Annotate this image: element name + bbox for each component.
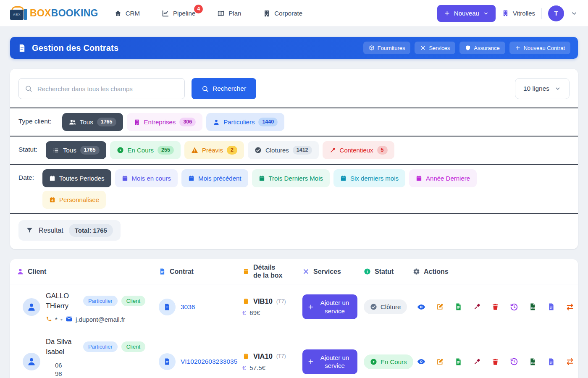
view-icon[interactable] <box>417 357 425 366</box>
chevron-down-icon[interactable] <box>570 10 578 17</box>
delete-icon[interactable] <box>491 303 499 311</box>
nav-item-corporate[interactable]: Corporate <box>263 10 302 17</box>
page-size-select[interactable]: 10 lignes <box>515 78 570 99</box>
svg-text:PDF: PDF <box>531 362 535 365</box>
filter-date-six-derniers-mois[interactable]: Six derniers mois <box>333 169 405 187</box>
actions-cell: PDF <box>413 357 574 366</box>
client-role-badge: Client <box>121 296 145 306</box>
pdf-icon[interactable]: PDF <box>529 303 537 311</box>
column-header-actions: Actions <box>413 268 571 276</box>
filter-type-tous[interactable]: Tous 1765 <box>62 113 123 131</box>
nav-item-crm[interactable]: CRM <box>114 10 140 17</box>
nouveau-contrat-button[interactable]: Nouveau Contrat <box>509 42 570 54</box>
client-cell: Da Silva Isabel Particulier Client 06 98… <box>17 337 159 378</box>
assurance-button[interactable]: Assurance <box>459 42 505 54</box>
invoice-icon[interactable] <box>547 303 555 311</box>
person-icon <box>27 302 36 312</box>
chevron-down-icon <box>483 10 489 16</box>
filter-statut-tous[interactable]: Tous 1765 <box>46 141 106 159</box>
search-button[interactable]: Rechercher <box>192 78 256 99</box>
client-email: j.dupont@email.fr <box>76 316 125 323</box>
filter-row-type-client: Type client: Tous 1765 Entreprises 306 P… <box>10 108 578 136</box>
location-selector[interactable]: Vitrolles <box>502 10 535 17</box>
pipeline-count-badge: 4 <box>194 5 203 13</box>
services-button[interactable]: Services <box>415 42 455 54</box>
separator-dot: • <box>60 316 63 323</box>
filters-panel: Rechercher 10 lignes Type client: Tous 1… <box>10 69 578 249</box>
page-header-actions: Fournitures Services Assurance Nouveau C… <box>363 42 570 54</box>
pdf-icon[interactable]: PDF <box>529 358 537 366</box>
svg-text:PDF: PDF <box>531 307 535 310</box>
delete-icon[interactable] <box>491 358 499 366</box>
client-cell: GALLO THierry Particulier Client * • j.d… <box>17 291 159 323</box>
filter-date-annee-derniere[interactable]: Année Derniere <box>409 169 477 187</box>
info-circle-icon <box>364 268 371 275</box>
nav-item-pipeline[interactable]: Pipeline 4 <box>162 10 195 17</box>
search-input[interactable] <box>18 78 185 99</box>
services-cell: Ajouter un service <box>302 349 364 374</box>
list-icon <box>52 147 59 154</box>
history-icon[interactable] <box>510 357 518 366</box>
nouveau-button[interactable]: Nouveau <box>437 5 496 22</box>
add-service-button[interactable]: Ajouter un service <box>302 349 357 374</box>
history-icon[interactable] <box>510 303 518 311</box>
box-type: (T7) <box>276 353 286 359</box>
gavel-icon[interactable] <box>473 303 481 311</box>
filter-date-personnalisee[interactable]: Personnalisee <box>42 191 106 209</box>
file-icon[interactable] <box>454 358 462 366</box>
shield-icon <box>465 45 471 51</box>
filter-statut-contentieux[interactable]: Contentieux 5 <box>323 141 394 159</box>
brand-logo-icon: ABX <box>10 6 27 21</box>
transfer-icon[interactable] <box>566 303 574 311</box>
filter-statut-clotures[interactable]: Clotures 1412 <box>248 141 319 159</box>
contract-cell: VI10202603233035 <box>159 353 242 370</box>
search-icon <box>25 85 32 92</box>
check-circle-icon <box>255 147 262 154</box>
building-icon <box>134 119 140 126</box>
view-icon[interactable] <box>417 303 425 311</box>
add-service-button[interactable]: Ajouter un service <box>302 294 357 319</box>
building-icon <box>502 10 509 17</box>
filter-date-trois-derniers-mois[interactable]: Trois Derniers Mois <box>252 169 330 187</box>
invoice-icon[interactable] <box>547 358 555 366</box>
filter-statut-en-cours[interactable]: En Cours 255 <box>110 141 181 159</box>
brand-logo[interactable]: ABX BOXBOOKING <box>10 6 98 21</box>
nav-item-plan[interactable]: Plan <box>217 10 241 17</box>
result-row: Resultat Total: 1765 <box>10 213 578 249</box>
edit-icon[interactable] <box>436 303 444 311</box>
box-code: VIB10 <box>253 297 273 305</box>
person-icon <box>27 357 36 366</box>
contract-number-link[interactable]: 3036 <box>181 303 198 311</box>
gear-icon <box>413 268 420 275</box>
actions-cell: PDF <box>413 303 574 311</box>
contract-number-link[interactable]: VI10202603233035 <box>181 358 241 365</box>
filter-statut-preavis[interactable]: Préavis 2 <box>184 141 244 159</box>
person-icon <box>213 119 220 126</box>
gavel-icon[interactable] <box>473 358 481 366</box>
filter-date-mois-en-cours[interactable]: Mois en cours <box>115 169 178 187</box>
status-badge: Clôture <box>364 299 407 314</box>
filter-type-entreprises[interactable]: Entreprises 306 <box>127 113 203 131</box>
contract-document-icon <box>18 44 26 52</box>
table-row: Da Silva Isabel Particulier Client 06 98… <box>10 330 578 378</box>
file-icon[interactable] <box>454 303 462 311</box>
transfer-icon[interactable] <box>566 357 574 366</box>
filter-date-toutes-periodes[interactable]: Toutes Periodes <box>42 169 111 187</box>
filter-label: Date: <box>18 169 36 181</box>
client-phone: * <box>55 316 58 323</box>
box-type: (T7) <box>276 299 286 304</box>
box-price: 57.5€ <box>249 364 265 371</box>
user-avatar[interactable]: T <box>548 5 564 21</box>
edit-icon[interactable] <box>436 358 444 366</box>
check-circle-icon <box>370 303 377 310</box>
search-row: Rechercher 10 lignes <box>10 69 578 108</box>
fournitures-button[interactable]: Fournitures <box>363 42 411 54</box>
filter-type-particuliers[interactable]: Particuliers 1440 <box>206 113 284 131</box>
top-navbar: ABX BOXBOOKING CRM Pipeline 4 Plan Corpo… <box>0 0 588 27</box>
filter-date-mois-precedent[interactable]: Mois précédent <box>181 169 248 187</box>
box-icon <box>369 45 375 51</box>
status-cell: Clôture <box>364 299 413 314</box>
client-contact: 06 98 76 • p.durand@outlook.fr <box>46 361 145 378</box>
calendar-icon <box>188 175 194 181</box>
result-total-badge: Total: 1765 <box>69 224 113 237</box>
